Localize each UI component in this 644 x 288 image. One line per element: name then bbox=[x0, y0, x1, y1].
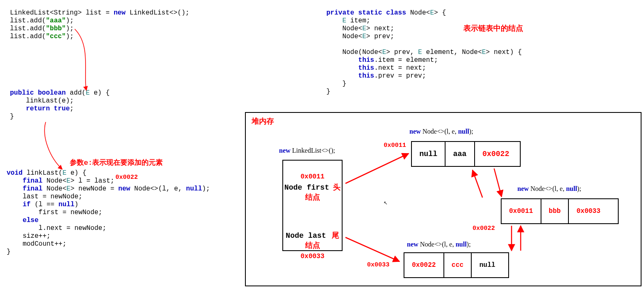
svg-line-2 bbox=[494, 168, 502, 197]
last-addr: 0x0033 bbox=[283, 253, 342, 260]
node1-addr-label: 0x0011 bbox=[384, 142, 406, 149]
linkedlist-object-box: 0x0011 Node first 头结点 Node last 尾结点 0x00… bbox=[282, 160, 343, 251]
annotation-node: 表示链表中的结点 bbox=[463, 23, 523, 33]
node3-prev: 0x0022 bbox=[404, 253, 444, 277]
label-new-node-1: new Node<>(l, e, null); bbox=[409, 128, 473, 135]
code-linklast: void linkLast(E e) { final Node<E> l = l… bbox=[7, 169, 210, 256]
svg-line-0 bbox=[345, 154, 409, 183]
node1-prev: null bbox=[412, 142, 446, 166]
code-usage: LinkedList<String> list = new LinkedList… bbox=[10, 9, 189, 41]
code-add-method: public boolean add(E e) { linkLast(e); r… bbox=[10, 89, 110, 121]
node1-next: 0x0022 bbox=[475, 142, 517, 166]
label-new-node-2: new Node<>(l, e, null); bbox=[517, 185, 581, 193]
svg-line-3 bbox=[473, 170, 482, 198]
node3-next: null bbox=[472, 253, 502, 277]
node3-item: ccc bbox=[444, 253, 472, 277]
node2-next: 0x0033 bbox=[569, 199, 608, 223]
node2-item: bbb bbox=[541, 199, 569, 223]
node3-box: 0x0022 ccc null bbox=[404, 252, 509, 278]
annotation-param-e: 参数e:表示现在要添加的元素 bbox=[70, 158, 163, 167]
heap-memory-box: 堆内存 new LinkedList<>(); 0x0011 Node firs… bbox=[245, 112, 642, 286]
heap-title: 堆内存 bbox=[252, 116, 274, 126]
node3-addr-label: 0x0033 bbox=[367, 261, 389, 268]
node1-item: aaa bbox=[446, 142, 475, 166]
label-new-node-3: new Node<>(l, e, null); bbox=[407, 241, 471, 248]
first-addr: 0x0011 bbox=[283, 173, 342, 181]
svg-line-1 bbox=[345, 237, 399, 261]
cursor-icon: ↖ bbox=[384, 198, 388, 207]
label-new-linkedlist: new LinkedList<>(); bbox=[279, 147, 335, 154]
node1-box: null aaa 0x0022 bbox=[411, 141, 521, 167]
code-node-class: private static class Node<E> { E item; N… bbox=[326, 9, 522, 96]
node2-prev: 0x0011 bbox=[502, 199, 541, 223]
node2-box: 0x0011 bbb 0x0033 bbox=[501, 198, 619, 224]
node2-addr-label: 0x0022 bbox=[473, 225, 495, 232]
